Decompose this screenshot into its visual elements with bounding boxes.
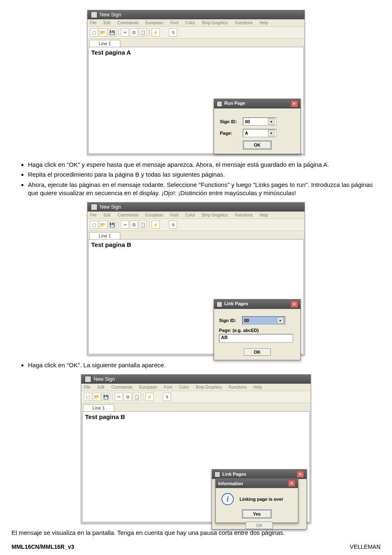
menu-help[interactable]: Help [254,385,262,389]
sign-id-select[interactable]: 00 ▾ [242,316,286,325]
editor-area[interactable]: Test pagina B Link Pages × Sign ID: 00 ▾ [88,239,304,354]
close-icon[interactable]: × [288,480,295,487]
separator-icon [118,221,119,228]
new-icon[interactable]: ▢ [84,393,92,401]
info-title: Information [218,481,243,486]
menubar: File Edit Commands European Font Color B… [88,212,304,219]
menu-commands[interactable]: Commands [118,213,138,217]
new-icon[interactable]: ▢ [90,28,98,37]
tab-line1[interactable]: Line 1 [89,232,120,239]
titlebar: New Sign [88,203,304,212]
menu-commands[interactable]: Commands [118,21,138,25]
send-icon[interactable]: ↯ [163,393,171,401]
preview-icon[interactable]: ⚡ [152,221,160,229]
save-icon[interactable]: 💾 [102,393,110,401]
menu-functions[interactable]: Functions [235,21,253,25]
editor-area[interactable]: Test pagina B Link Pages × Information × [82,411,310,522]
open-icon[interactable]: 📂 [99,28,107,37]
toolbar: ▢ 📂 💾 ✂ ⧉ 📋 ⚡ ↯ [81,391,311,403]
chevron-down-icon[interactable]: ▾ [268,118,274,125]
copy-icon[interactable]: ⧉ [124,393,132,401]
menu-edit[interactable]: Edit [104,21,111,25]
ok-button[interactable]: OK [244,141,271,149]
menu-bmp-graphics[interactable]: Bmp Graphics [202,21,228,25]
sign-id-value: 00 [245,119,250,124]
instruction-list: Haga click en "OK" y espere hasta que el… [12,161,380,197]
menu-font[interactable]: Font [170,21,178,25]
save-icon[interactable]: 💾 [108,221,116,229]
editor-text: Test pagina A [91,49,131,56]
page-input[interactable]: AB [219,334,293,343]
menu-file[interactable]: File [90,213,97,217]
menu-bmp-graphics[interactable]: Bmp Graphics [202,213,228,217]
menu-help[interactable]: Help [260,21,268,25]
close-icon[interactable]: × [297,471,304,478]
cut-icon[interactable]: ✂ [115,393,123,401]
copy-icon[interactable]: ⧉ [130,221,138,229]
menu-european[interactable]: European [145,21,163,25]
menu-commands[interactable]: Commands [111,385,132,389]
tab-line1[interactable]: Line 1 [83,404,114,411]
link-pages-dialog: Link Pages × Sign ID: 00 ▾ Page: (e.g. a… [214,299,301,360]
menu-european[interactable]: European [145,213,163,217]
menu-help[interactable]: Help [260,213,268,217]
menu-functions[interactable]: Functions [229,385,247,389]
preview-icon[interactable]: ⚡ [152,28,160,37]
menu-edit[interactable]: Edit [104,213,111,217]
copy-icon[interactable]: ⧉ [130,28,138,37]
open-icon[interactable]: 📂 [99,221,107,229]
chevron-down-icon[interactable]: ▾ [277,317,284,324]
new-icon[interactable]: ▢ [90,221,98,229]
tab-row: Line 1 [81,403,311,411]
yes-button[interactable]: Yes [243,510,271,518]
instruction-list: Haga click en "OK". La siguiente pantall… [12,361,380,369]
list-item: Repita el procedimiento para la página B… [28,170,380,179]
menu-color[interactable]: Color [185,213,195,217]
list-item: Ahora, ejecute las páginas en el mensaje… [28,181,380,198]
menu-functions[interactable]: Functions [235,213,253,217]
separator-icon [118,29,119,36]
app-icon [91,204,97,210]
tab-line1[interactable]: Line 1 [89,40,120,47]
dialog-icon [214,472,220,477]
paste-icon[interactable]: 📋 [133,393,141,401]
toolbar: ▢ 📂 💾 ✂ ⧉ 📋 ⚡ ↯ [88,27,304,39]
menu-font[interactable]: Font [170,213,178,217]
page-input-value: AB [221,335,228,340]
close-icon[interactable]: × [291,100,298,107]
sign-id-value: 00 [244,318,249,323]
preview-icon[interactable]: ⚡ [145,393,154,401]
dialog-title: Run Page [224,101,245,106]
paste-icon[interactable]: 📋 [139,28,147,37]
app-icon [85,376,91,382]
send-icon[interactable]: ↯ [169,221,177,229]
ok-button[interactable]: OK [244,348,271,356]
menu-bmp-graphics[interactable]: Bmp Graphics [196,385,221,389]
menubar: File Edit Commands European Font Color B… [81,384,311,391]
list-item: Haga click en "OK". La siguiente pantall… [28,361,380,369]
menu-color[interactable]: Color [185,21,195,25]
brand: VELLEMAN [350,543,380,550]
tab-row: Line 1 [88,231,304,239]
menu-color[interactable]: Color [179,385,189,389]
editor-area[interactable]: Test pagina A Run Page × Sign ID: 00 ▾ [88,47,304,154]
paste-icon[interactable]: 📋 [139,221,147,229]
app-window-fig1: New Sign File Edit Commands European Fon… [87,10,305,155]
close-icon[interactable]: × [291,301,298,308]
menu-font[interactable]: Font [164,385,172,389]
menu-european[interactable]: European [139,385,157,389]
chevron-down-icon[interactable]: ▾ [268,130,274,136]
menu-edit[interactable]: Edit [97,385,104,389]
cut-icon[interactable]: ✂ [121,221,129,229]
open-icon[interactable]: 📂 [93,393,101,401]
menu-file[interactable]: File [90,21,97,25]
sign-id-select[interactable]: 00 ▾ [243,117,277,126]
send-icon[interactable]: ↯ [169,28,177,37]
save-icon[interactable]: 💾 [108,28,116,37]
app-icon [91,12,97,18]
link-pages-dialog-back: Link Pages × Information × i L [212,469,307,530]
menu-file[interactable]: File [84,385,90,389]
page-select[interactable]: A ▾ [243,129,277,137]
page-footer: MML16CN/MML16R_v3 VELLEMAN [0,541,392,555]
cut-icon[interactable]: ✂ [121,28,129,37]
